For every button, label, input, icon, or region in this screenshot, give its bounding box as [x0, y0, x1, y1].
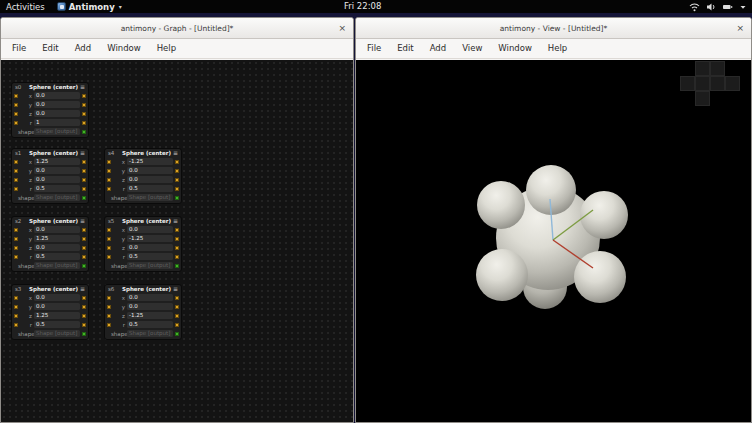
node-header[interactable]: s4Sphere (center)≡ [105, 149, 181, 157]
output-port[interactable] [82, 305, 86, 309]
hamburger-menu-icon[interactable]: ≡ [80, 285, 85, 293]
node-header[interactable]: s0Sphere (center)≡ [12, 83, 88, 91]
hamburger-menu-icon[interactable]: ≡ [173, 149, 178, 157]
output-port[interactable] [175, 255, 179, 259]
output-port[interactable] [82, 94, 86, 98]
shape-output-port[interactable] [175, 196, 179, 200]
output-port[interactable] [175, 305, 179, 309]
output-port[interactable] [175, 323, 179, 327]
node-s5[interactable]: s5Sphere (center)≡x0.0y-1.25z0.0r0.5shap… [104, 216, 182, 272]
clock[interactable]: Fri 22:08 [344, 0, 381, 13]
param-value-field[interactable]: 0.5 [34, 321, 80, 328]
menu-add[interactable]: Add [67, 39, 99, 58]
param-value-field[interactable]: 0.0 [127, 244, 173, 251]
menu-window[interactable]: Window [490, 39, 540, 58]
param-value-field[interactable]: 0.5 [34, 185, 80, 192]
hamburger-menu-icon[interactable]: ≡ [80, 217, 85, 225]
param-value-field[interactable]: 1.25 [34, 312, 80, 319]
output-port[interactable] [82, 237, 86, 241]
param-value-field[interactable]: 0.5 [34, 253, 80, 260]
graph-titlebar[interactable]: antimony - Graph - [Untitled]* × [1, 18, 353, 39]
menu-window[interactable]: Window [99, 39, 149, 58]
shape-output-port[interactable] [175, 332, 179, 336]
close-icon[interactable]: × [736, 18, 744, 39]
menu-file[interactable]: File [4, 39, 34, 58]
param-value-field[interactable]: 0.0 [127, 303, 173, 310]
param-value-field[interactable]: 0.0 [34, 92, 80, 99]
param-value-field[interactable]: 0.0 [34, 101, 80, 108]
close-icon[interactable]: × [338, 18, 346, 39]
hamburger-menu-icon[interactable]: ≡ [173, 285, 178, 293]
output-port[interactable] [175, 169, 179, 173]
node-s2[interactable]: s2Sphere (center)≡x0.0y1.25z0.0r0.5shape… [11, 216, 89, 272]
output-port[interactable] [175, 187, 179, 191]
node-header[interactable]: s6Sphere (center)≡ [105, 285, 181, 293]
shape-output-port[interactable] [82, 264, 86, 268]
hamburger-menu-icon[interactable]: ≡ [80, 149, 85, 157]
param-value-field[interactable]: 0.0 [34, 167, 80, 174]
output-port[interactable] [175, 178, 179, 182]
hamburger-menu-icon[interactable]: ≡ [173, 217, 178, 225]
output-port[interactable] [82, 121, 86, 125]
output-port[interactable] [175, 246, 179, 250]
node-s6[interactable]: s6Sphere (center)≡x0.0y0.0z-1.25r0.5shap… [104, 284, 182, 340]
view-titlebar[interactable]: antimony - View - [Untitled]* × [356, 18, 751, 39]
system-status-area[interactable] [689, 0, 747, 13]
param-value-field[interactable]: 0.0 [34, 110, 80, 117]
param-value-field[interactable]: 0.0 [34, 226, 80, 233]
param-value-field[interactable]: 0.0 [127, 294, 173, 301]
menu-edit[interactable]: Edit [389, 39, 421, 58]
param-value-field[interactable]: 0.0 [127, 167, 173, 174]
node-header[interactable]: s5Sphere (center)≡ [105, 217, 181, 225]
param-value-field[interactable]: 0.5 [127, 253, 173, 260]
shape-output-port[interactable] [82, 196, 86, 200]
node-s0[interactable]: s0Sphere (center)≡x0.0y0.0z0.0r1shapeSha… [11, 82, 89, 138]
param-value-field[interactable]: 0.5 [127, 321, 173, 328]
menu-help[interactable]: Help [149, 39, 184, 58]
param-value-field[interactable]: 0.0 [34, 176, 80, 183]
orientation-widget-cell[interactable] [725, 76, 740, 91]
node-header[interactable]: s1Sphere (center)≡ [12, 149, 88, 157]
param-value-field[interactable]: 0.0 [127, 226, 173, 233]
hamburger-menu-icon[interactable]: ≡ [80, 83, 85, 91]
orientation-widget-cell[interactable] [710, 61, 725, 76]
shape-output-port[interactable] [175, 264, 179, 268]
param-value-field[interactable]: 0.0 [34, 294, 80, 301]
param-value-field[interactable]: 1.25 [34, 158, 80, 165]
output-port[interactable] [82, 314, 86, 318]
orientation-widget-cell[interactable] [710, 76, 725, 91]
node-header[interactable]: s3Sphere (center)≡ [12, 285, 88, 293]
menu-view[interactable]: View [454, 39, 490, 58]
param-value-field[interactable]: 0.0 [34, 303, 80, 310]
output-port[interactable] [175, 228, 179, 232]
output-port[interactable] [82, 323, 86, 327]
view-3d-canvas[interactable] [356, 60, 751, 422]
output-port[interactable] [82, 112, 86, 116]
orientation-widget-cell[interactable] [695, 91, 710, 106]
orientation-widget-cell[interactable] [680, 76, 695, 91]
output-port[interactable] [82, 160, 86, 164]
node-s1[interactable]: s1Sphere (center)≡x1.25y0.0z0.0r0.5shape… [11, 148, 89, 204]
output-port[interactable] [82, 169, 86, 173]
param-value-field[interactable]: 1.25 [34, 235, 80, 242]
param-value-field[interactable]: -1.25 [127, 312, 173, 319]
output-port[interactable] [82, 178, 86, 182]
output-port[interactable] [175, 237, 179, 241]
output-port[interactable] [82, 228, 86, 232]
node-header[interactable]: s2Sphere (center)≡ [12, 217, 88, 225]
output-port[interactable] [82, 246, 86, 250]
output-port[interactable] [82, 296, 86, 300]
output-port[interactable] [82, 103, 86, 107]
app-menu[interactable]: Antimony ▾ [57, 2, 122, 12]
graph-canvas[interactable]: s0Sphere (center)≡x0.0y0.0z0.0r1shapeSha… [1, 60, 353, 422]
param-value-field[interactable]: 0.5 [127, 185, 173, 192]
orientation-widget-cell[interactable] [695, 76, 710, 91]
output-port[interactable] [82, 187, 86, 191]
menu-add[interactable]: Add [422, 39, 454, 58]
output-port[interactable] [175, 296, 179, 300]
activities-button[interactable]: Activities [6, 2, 45, 12]
output-port[interactable] [82, 255, 86, 259]
param-value-field[interactable]: -1.25 [127, 158, 173, 165]
orientation-widget-cell[interactable] [695, 61, 710, 76]
menu-help[interactable]: Help [540, 39, 575, 58]
